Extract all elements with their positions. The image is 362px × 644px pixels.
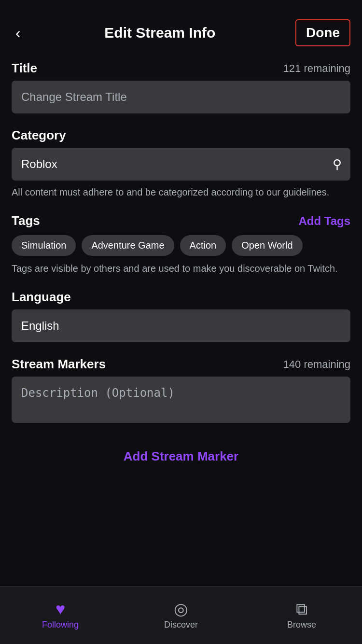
title-section: Title 121 remaining bbox=[12, 61, 350, 113]
stream-markers-label: Stream Markers bbox=[12, 357, 106, 372]
tags-list: Simulation Adventure Game Action Open Wo… bbox=[12, 235, 350, 256]
nav-item-following[interactable]: ♥ Following bbox=[0, 601, 121, 630]
content-area: Title 121 remaining Category ⚲ All conte… bbox=[0, 56, 362, 532]
title-remaining: 121 remaining bbox=[283, 62, 350, 75]
category-label: Category bbox=[12, 128, 66, 143]
tags-label: Tags bbox=[12, 213, 40, 228]
header: ‹ Edit Stream Info Done bbox=[0, 0, 362, 56]
category-input[interactable] bbox=[12, 148, 350, 181]
category-section: Category ⚲ All content must adhere to an… bbox=[12, 128, 350, 199]
nav-label-discover: Discover bbox=[164, 620, 198, 630]
nav-item-discover[interactable]: ◎ Discover bbox=[121, 601, 241, 630]
stream-markers-header: Stream Markers 140 remaining bbox=[12, 357, 350, 372]
language-label: Language bbox=[12, 290, 71, 305]
tags-header: Tags Add Tags bbox=[12, 213, 350, 228]
nav-label-browse: Browse bbox=[287, 620, 316, 630]
language-section: Language bbox=[12, 290, 350, 342]
language-field-header: Language bbox=[12, 290, 350, 305]
compass-icon: ◎ bbox=[174, 601, 188, 617]
category-field-header: Category bbox=[12, 128, 350, 143]
browse-icon: ⧉ bbox=[296, 601, 307, 617]
done-button[interactable]: Done bbox=[295, 19, 350, 46]
stream-markers-input[interactable] bbox=[12, 377, 350, 423]
tags-section: Tags Add Tags Simulation Adventure Game … bbox=[12, 213, 350, 275]
bottom-nav: ♥ Following ◎ Discover ⧉ Browse bbox=[0, 586, 362, 644]
title-label: Title bbox=[12, 61, 37, 76]
add-stream-marker-button[interactable]: Add Stream Marker bbox=[12, 439, 350, 474]
heart-icon: ♥ bbox=[56, 601, 65, 617]
tag-chip[interactable]: Adventure Game bbox=[82, 235, 174, 256]
language-input[interactable] bbox=[12, 309, 350, 342]
title-input[interactable] bbox=[12, 81, 350, 113]
nav-item-browse[interactable]: ⧉ Browse bbox=[241, 601, 362, 630]
tag-chip[interactable]: Open World bbox=[232, 235, 302, 256]
title-field-header: Title 121 remaining bbox=[12, 61, 350, 76]
category-hint: All content must adhere to and be catego… bbox=[12, 185, 350, 199]
tags-hint: Tags are visible by others and are used … bbox=[12, 262, 350, 275]
category-wrapper: ⚲ bbox=[12, 148, 350, 181]
tag-chip[interactable]: Action bbox=[180, 235, 226, 256]
stream-markers-section: Stream Markers 140 remaining bbox=[12, 357, 350, 425]
add-tags-button[interactable]: Add Tags bbox=[298, 214, 350, 228]
back-button[interactable]: ‹ bbox=[12, 21, 25, 44]
tag-chip[interactable]: Simulation bbox=[12, 235, 76, 256]
page-title: Edit Stream Info bbox=[25, 25, 295, 41]
stream-markers-remaining: 140 remaining bbox=[283, 358, 350, 371]
nav-label-following: Following bbox=[42, 620, 79, 630]
